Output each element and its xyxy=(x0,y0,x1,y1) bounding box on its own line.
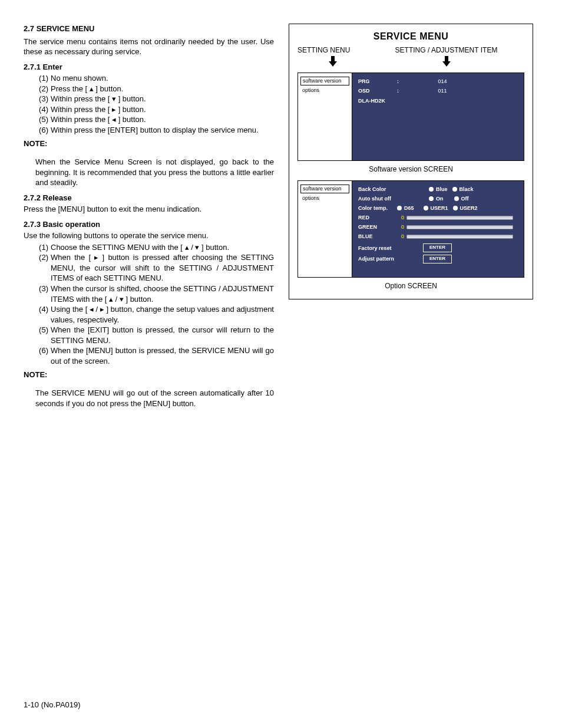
enter-steps: (1)No menu shown. (2)Press the [ ▴ ] but… xyxy=(24,73,274,135)
section-2-7-1-title: 2.7.1 Enter xyxy=(24,62,274,73)
radio-blue: Blue xyxy=(429,186,448,193)
option-screen: Back Color Blue Black Auto shut off On O… xyxy=(352,181,524,277)
slider-track-icon xyxy=(406,235,513,239)
left-column: 2.7 SERVICE MENU The service menu contai… xyxy=(24,24,274,410)
software-version-panel: software version options PRG:014 OSD:011… xyxy=(297,73,524,161)
section-2-7-2-title: 2.7.2 Release xyxy=(24,193,274,203)
note-body: When the Service Menu Screen is not disp… xyxy=(35,157,274,188)
screen1-caption: Software version SCREEN xyxy=(297,164,524,174)
col-header-adjustment-item: SETTING / ADJUSTMENT ITEM xyxy=(368,45,524,55)
sidebar-item-software-version: software version xyxy=(300,77,349,85)
col-header-setting-menu: SETTING NENU xyxy=(297,45,368,55)
note2-label: NOTE: xyxy=(24,370,274,380)
slider-track-icon xyxy=(406,225,513,229)
enter-button: ENTER xyxy=(423,255,452,263)
slider-blue: BLUE 0 xyxy=(358,233,518,240)
section-2-7-title: 2.7 SERVICE MENU xyxy=(24,24,274,34)
basic-op-steps: (1)Choose the SETTING MENU with the [ ▴ … xyxy=(24,242,274,367)
section-2-7-intro: The service menu contains items not ordi… xyxy=(24,37,274,57)
slider-track-icon xyxy=(406,216,513,220)
enter-button: ENTER xyxy=(423,243,452,252)
radio-on: On xyxy=(429,195,444,202)
radio-user1: USER1 xyxy=(424,205,448,212)
note-label: NOTE: xyxy=(24,139,274,149)
sidebar: software version options xyxy=(298,73,352,160)
step-num: (1) xyxy=(35,73,51,84)
sidebar: software version options xyxy=(298,181,352,277)
sidebar-item-options: options xyxy=(300,87,349,94)
radio-off: Off xyxy=(454,195,469,202)
radio-black: Black xyxy=(452,186,474,193)
option-panel: software version options Back Color Blue… xyxy=(297,180,524,278)
down-arrow-icon xyxy=(297,56,368,70)
radio-d65: D65 xyxy=(397,205,414,212)
slider-green: GREEN 0 xyxy=(358,223,518,230)
note2-body: The SERVICE MENU will go out of the scre… xyxy=(35,388,274,409)
section-2-7-3-lead: Use the following buttons to operate the… xyxy=(24,230,274,241)
step-text: No menu shown. xyxy=(51,73,274,84)
service-menu-diagram: SERVICE MENU SETTING NENU SETTING / ADJU… xyxy=(289,24,533,299)
diagram-title: SERVICE MENU xyxy=(297,30,524,43)
sidebar-item-software-version: software version xyxy=(300,185,349,193)
down-arrow-icon xyxy=(368,56,524,70)
screen2-caption: Option SCREEN xyxy=(297,281,524,291)
software-version-screen: PRG:014 OSD:011 DLA-HD2K xyxy=(352,73,524,160)
right-column: SERVICE MENU SETTING NENU SETTING / ADJU… xyxy=(289,24,533,410)
section-2-7-3-title: 2.7.3 Basic operation xyxy=(24,219,274,230)
sidebar-item-options: options xyxy=(300,195,349,202)
section-2-7-2-body: Press the [MENU] button to exit the menu… xyxy=(24,204,274,215)
radio-user2: USER2 xyxy=(453,205,478,212)
slider-red: RED 0 xyxy=(358,214,518,221)
